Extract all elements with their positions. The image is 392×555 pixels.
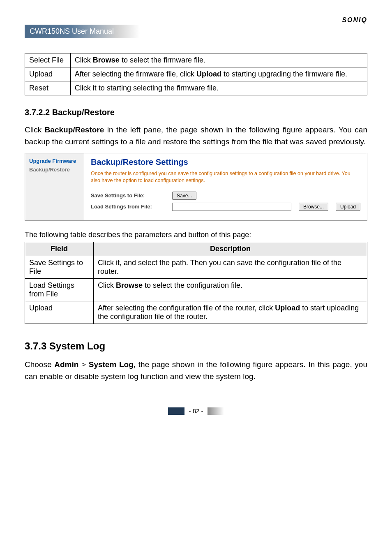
upload-button[interactable]: Upload (336, 203, 360, 211)
page-footer: - 82 - (25, 407, 367, 415)
t1-r3-field: Reset (25, 81, 71, 95)
footer-block-right (208, 407, 224, 415)
browse-button[interactable]: Browse... (299, 203, 328, 211)
t2-r1-desc: Click it, and select the path. Then you … (93, 256, 367, 278)
ss-subtitle: Once the router is configured you can sa… (91, 170, 360, 184)
t1-r2-field: Upload (25, 67, 71, 81)
ss-load-label: Load Settings from File: (91, 204, 165, 210)
footer-block-left (168, 407, 184, 415)
nav-upgrade-firmware[interactable]: Upgrade Firmware (29, 157, 80, 165)
ss-title: Backup/Restore Settings (91, 157, 360, 167)
manual-header: CWR150NS User Manual (25, 25, 140, 38)
table2-caption: The following table describes the parame… (25, 231, 367, 239)
brand-logo: SONIQ (25, 16, 367, 24)
firmware-table: Select File Click Browse to select the f… (25, 53, 367, 95)
save-button[interactable]: Save... (172, 192, 196, 200)
para-3-7-3: Choose Admin > System Log, the page show… (25, 358, 367, 383)
para-3-7-2-2: Click Backup/Restore in the left pane, t… (25, 124, 367, 148)
backup-restore-screenshot: Upgrade Firmware Backup/Restore Backup/R… (25, 153, 367, 221)
heading-3-7-3: 3.7.3 System Log (25, 340, 367, 352)
t1-r1-field: Select File (25, 53, 71, 67)
ss-sidebar: Upgrade Firmware Backup/Restore (25, 153, 84, 220)
load-path-input[interactable] (172, 203, 291, 211)
t2-r3-field: Upload (25, 301, 94, 324)
heading-3-7-2-2: 3.7.2.2 Backup/Restore (25, 108, 367, 117)
page-number: - 82 - (189, 407, 203, 414)
nav-backup-restore[interactable]: Backup/Restore (29, 165, 80, 174)
ss-save-label: Save Settings to File: (91, 192, 165, 199)
t2-head-desc: Description (93, 242, 367, 256)
t1-r2-desc: After selecting the firmware file, click… (70, 67, 367, 81)
t1-r1-desc: Click Browse to select the firmware file… (70, 53, 367, 67)
t2-r2-field: Load Settings from File (25, 278, 94, 301)
t1-r3-desc: Click it to starting selecting the firmw… (70, 81, 367, 95)
t2-head-field: Field (25, 242, 94, 256)
t2-r2-desc: Click Browse to select the configuration… (93, 278, 367, 301)
backup-restore-table: Field Description Save Settings to File … (25, 242, 367, 324)
t2-r1-field: Save Settings to File (25, 256, 94, 278)
ss-row-save: Save Settings to File: Save... (91, 192, 360, 200)
ss-content: Backup/Restore Settings Once the router … (84, 153, 367, 220)
ss-row-load: Load Settings from File: Browse... Uploa… (91, 203, 360, 211)
t2-r3-desc: After selecting the configuration file o… (93, 301, 367, 324)
